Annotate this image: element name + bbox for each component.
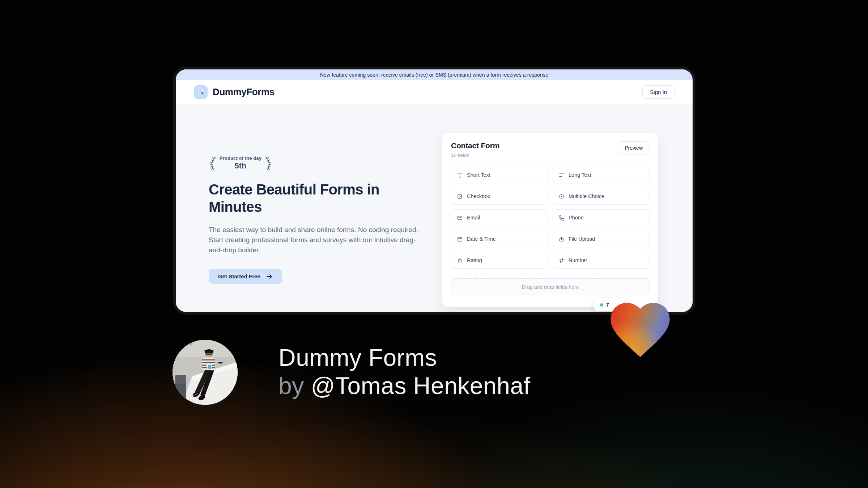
- field-item-number[interactable]: Number: [553, 252, 650, 269]
- phone-icon: [558, 215, 565, 221]
- field-label: Checkbox: [467, 193, 490, 199]
- get-started-button[interactable]: Get Started Free: [209, 269, 282, 284]
- hash-icon: [558, 257, 565, 264]
- hero-description: The easiest way to build and share onlin…: [209, 225, 426, 255]
- field-item-file-upload[interactable]: File Upload: [553, 231, 650, 247]
- dummyforms-logo-icon: [194, 85, 208, 99]
- field-label: Number: [569, 257, 587, 263]
- arrow-right-icon: [266, 274, 273, 279]
- potd-label: Product of the day: [220, 155, 261, 161]
- app-window: New feature coming soon: receive emails …: [173, 67, 695, 314]
- green-dot-icon: [600, 303, 603, 307]
- field-item-multiple-choice[interactable]: Multiple Choice: [553, 188, 650, 205]
- field-item-rating[interactable]: Rating: [451, 252, 548, 269]
- field-label: Phone: [569, 215, 584, 221]
- field-item-long-text[interactable]: Long Text: [553, 167, 650, 183]
- form-title: Contact Form: [451, 141, 499, 150]
- field-item-phone[interactable]: Phone: [553, 209, 650, 226]
- mail-icon: [457, 215, 463, 221]
- field-grid: Short Text Long Text Checkbox Multiple C…: [451, 167, 650, 269]
- field-item-date-time[interactable]: Date & Time: [451, 231, 548, 247]
- form-builder-card: Contact Form 10 fields Preview Short Tex…: [442, 133, 658, 307]
- founder-avatar: [173, 340, 238, 405]
- field-label: Short Text: [467, 172, 490, 178]
- hero-title: Create Beautiful Forms in Minutes: [209, 181, 426, 215]
- form-field-count: 10 fields: [451, 153, 499, 158]
- field-label: Email: [467, 215, 480, 221]
- star-icon: [457, 257, 463, 264]
- field-label: File Upload: [569, 236, 595, 242]
- upload-icon: [558, 236, 565, 242]
- sign-in-button[interactable]: Sign In: [642, 85, 675, 99]
- byline-title: Dummy Forms: [278, 343, 531, 372]
- product-of-the-day-badge[interactable]: Product of the day 5th: [209, 155, 426, 171]
- calendar-icon: [457, 236, 463, 242]
- circle-dot-icon: [558, 193, 565, 200]
- byline-handle: @Tomas Henkenhaf: [311, 372, 531, 399]
- field-item-short-text[interactable]: Short Text: [451, 167, 548, 183]
- dropzone-label: Drag and drop fields here: [522, 284, 579, 290]
- field-item-checkbox[interactable]: Checkbox: [451, 188, 548, 205]
- field-label: Rating: [467, 257, 482, 263]
- byline-prefix: by: [278, 372, 311, 399]
- laurel-left-icon: [209, 155, 217, 171]
- preview-button[interactable]: Preview: [618, 141, 650, 154]
- byline: Dummy Forms by @Tomas Henkenhaf: [278, 343, 531, 400]
- hero-section: Product of the day 5th Create Beautiful …: [209, 155, 426, 284]
- field-label: Long Text: [569, 172, 591, 178]
- heart-icon: [605, 294, 676, 359]
- app-main: Product of the day 5th Create Beautiful …: [176, 104, 693, 312]
- announcement-banner: New feature coming soon: receive emails …: [176, 69, 693, 80]
- align-left-icon: [558, 172, 565, 178]
- get-started-label: Get Started Free: [218, 273, 260, 279]
- field-label: Date & Time: [467, 236, 496, 242]
- checkbox-icon: [457, 193, 463, 200]
- field-label: Multiple Choice: [569, 193, 604, 199]
- app-header: DummyForms Sign In: [176, 80, 693, 104]
- announcement-text: New feature coming soon: receive emails …: [320, 72, 548, 78]
- field-item-email[interactable]: Email: [451, 209, 548, 226]
- potd-rank: 5th: [234, 161, 246, 171]
- brand-link[interactable]: DummyForms: [194, 85, 275, 99]
- dropzone[interactable]: Drag and drop fields here: [451, 278, 650, 295]
- laurel-right-icon: [264, 155, 272, 171]
- type-icon: [457, 172, 463, 178]
- brand-name: DummyForms: [213, 86, 275, 98]
